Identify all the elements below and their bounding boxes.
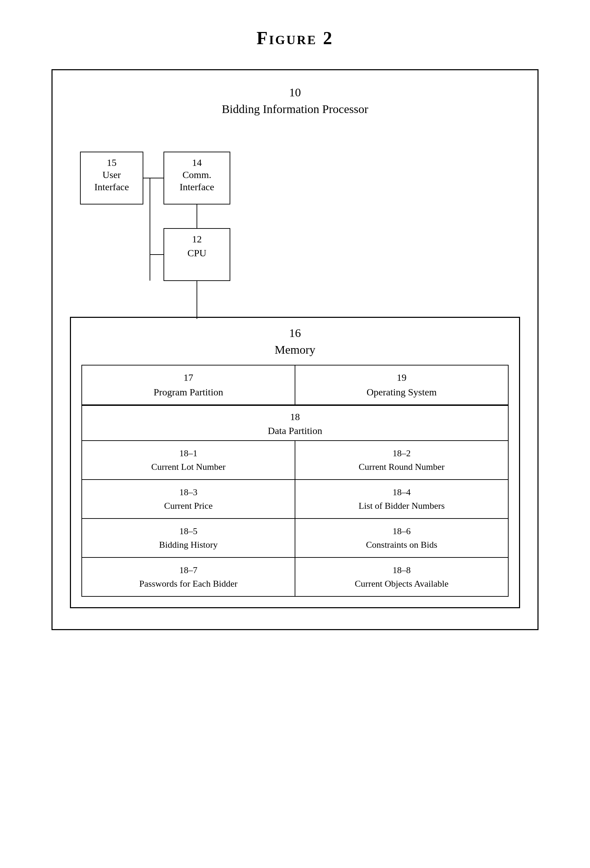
data-row-1: 18–1 Current Lot Number 18–2 Current Rou… [82,441,508,479]
svg-text:Interface: Interface [179,182,214,192]
data-cell-18-5: 18–5 Bidding History [82,519,295,557]
data-cell-18-2: 18–2 Current Round Number [295,441,508,479]
svg-text:Interface: Interface [94,182,129,192]
memory-label: 16 Memory [81,325,509,358]
data-partition-outer: 18 Data Partition 18–1 Current Lot Numbe… [81,405,509,596]
diagram-area: 15 User Interface 14 Comm. Interface 12 … [70,131,520,327]
operating-system-cell: 19 Operating System [295,366,508,404]
data-cell-18-1: 18–1 Current Lot Number [82,441,295,479]
bip-label: 10 Bidding Information Processor [70,84,520,117]
data-cell-18-6: 18–6 Constraints on Bids [295,519,508,557]
svg-text:15: 15 [107,157,117,168]
data-partition-label: 18 Data Partition [82,406,508,441]
program-os-row: 17 Program Partition 19 Operating System [81,365,509,405]
memory-box: 16 Memory 17 Program Partition 19 Operat… [70,317,520,608]
outer-box: 10 Bidding Information Processor 15 User… [52,69,538,630]
data-row-2: 18–3 Current Price 18–4 List of Bidder N… [82,479,508,518]
svg-text:User: User [103,169,121,180]
svg-text:14: 14 [192,157,202,168]
svg-text:Comm.: Comm. [182,169,211,180]
page-title: Figure 2 [257,28,334,48]
data-cell-18-3: 18–3 Current Price [82,480,295,518]
svg-text:12: 12 [192,234,202,245]
data-cell-18-7: 18–7 Passwords for Each Bidder [82,558,295,596]
data-row-4: 18–7 Passwords for Each Bidder 18–8 Curr… [82,557,508,596]
program-partition-cell: 17 Program Partition [82,366,295,404]
data-cell-18-4: 18–4 List of Bidder Numbers [295,480,508,518]
svg-text:CPU: CPU [188,248,206,258]
data-cell-18-8: 18–8 Current Objects Available [295,558,508,596]
data-row-3: 18–5 Bidding History 18–6 Constraints on… [82,518,508,557]
data-grid: 18–1 Current Lot Number 18–2 Current Rou… [82,441,508,596]
